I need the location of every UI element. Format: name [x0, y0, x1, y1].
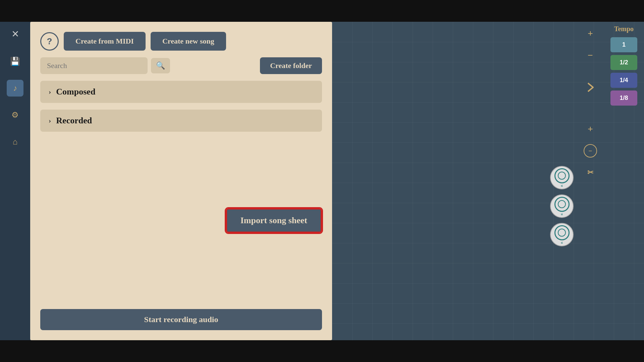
zoom-remove-button[interactable]: − — [584, 144, 597, 158]
instrument-label-1: ti — [561, 184, 563, 187]
search-icon: 🔍 — [156, 61, 165, 70]
import-btn-container: Import song sheet — [40, 208, 322, 233]
tempo-1-button[interactable]: 1 — [610, 37, 637, 52]
home-icon: ⌂ — [13, 137, 17, 146]
import-song-sheet-button[interactable]: Import song sheet — [226, 208, 322, 233]
start-recording-button[interactable]: Start recording audio — [40, 309, 322, 330]
bottom-bar — [0, 340, 644, 362]
instrument-icon-1 — [554, 168, 570, 183]
add-track-button[interactable]: + — [584, 27, 597, 40]
sidebar: ✕ 💾 ♪ ⚙ ⌂ — [0, 22, 30, 340]
composed-label: Composed — [56, 87, 95, 97]
modal-panel: ? Create from MIDI Create new song 🔍 Cre… — [30, 22, 332, 340]
chevron-right-icon-2: › — [49, 116, 51, 125]
instrument-icon-3 — [554, 225, 570, 240]
tempo-quarter-button[interactable]: 1/4 — [610, 73, 637, 88]
search-row: 🔍 Create folder — [40, 57, 322, 74]
tools-button[interactable]: ✂ — [584, 166, 597, 179]
save-icon: 💾 — [10, 57, 20, 66]
help-button[interactable]: ? — [40, 32, 59, 51]
chevron-right-icon: › — [49, 87, 51, 96]
zoom-add-button[interactable]: + — [584, 122, 597, 136]
create-folder-button[interactable]: Create folder — [260, 57, 322, 74]
sidebar-item-save[interactable]: 💾 — [7, 53, 23, 70]
search-input[interactable] — [40, 57, 148, 74]
sidebar-item-music[interactable]: ♪ — [7, 80, 23, 97]
tempo-eighth-button[interactable]: 1/8 — [610, 90, 637, 106]
recorded-label: Recorded — [56, 116, 92, 126]
tempo-half-button[interactable]: 1/2 — [610, 55, 637, 70]
create-midi-button[interactable]: Create from MIDI — [64, 32, 146, 51]
instrument-label-2: ti — [561, 213, 563, 216]
top-bar — [0, 0, 644, 22]
instrument-label-3: ti — [561, 241, 563, 244]
instrument-circles: ti ti ti — [545, 22, 579, 340]
top-buttons-row: ? Create from MIDI Create new song — [40, 32, 322, 51]
search-button[interactable]: 🔍 — [151, 58, 170, 73]
tempo-panel: Tempo 1 1/2 1/4 1/8 — [604, 22, 644, 340]
instrument-icon-2 — [554, 197, 570, 212]
create-song-button[interactable]: Create new song — [151, 32, 226, 51]
instrument-circle-1[interactable]: ti — [550, 166, 574, 189]
sidebar-item-home[interactable]: ⌂ — [7, 133, 23, 150]
side-controls: + − + − ✂ — [580, 22, 600, 340]
composed-category[interactable]: › Composed — [40, 81, 322, 103]
instrument-circle-3[interactable]: ti — [550, 223, 574, 246]
sidebar-item-settings[interactable]: ⚙ — [7, 107, 23, 123]
settings-icon: ⚙ — [11, 110, 19, 120]
expand-button[interactable] — [584, 80, 597, 94]
close-icon[interactable]: ✕ — [11, 28, 19, 40]
recorded-category[interactable]: › Recorded — [40, 110, 322, 132]
tempo-label: Tempo — [614, 25, 634, 33]
instrument-circle-2[interactable]: ti — [550, 194, 574, 218]
remove-track-button[interactable]: − — [584, 49, 597, 62]
question-mark-icon: ? — [47, 36, 52, 47]
music-icon: ♪ — [13, 84, 17, 93]
